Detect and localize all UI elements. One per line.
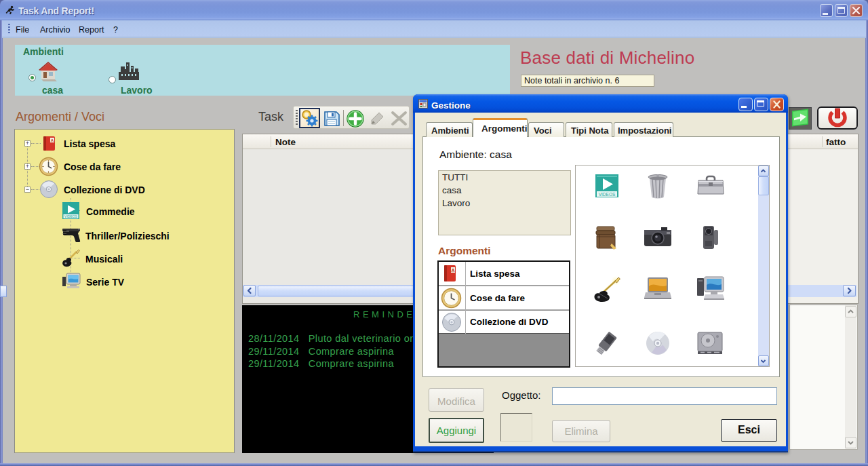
svg-text:VIDEOS: VIDEOS [64, 214, 78, 218]
svg-text:VIDEOS: VIDEOS [599, 192, 616, 197]
svg-text:A: A [451, 268, 454, 273]
svg-text:A: A [51, 138, 54, 142]
